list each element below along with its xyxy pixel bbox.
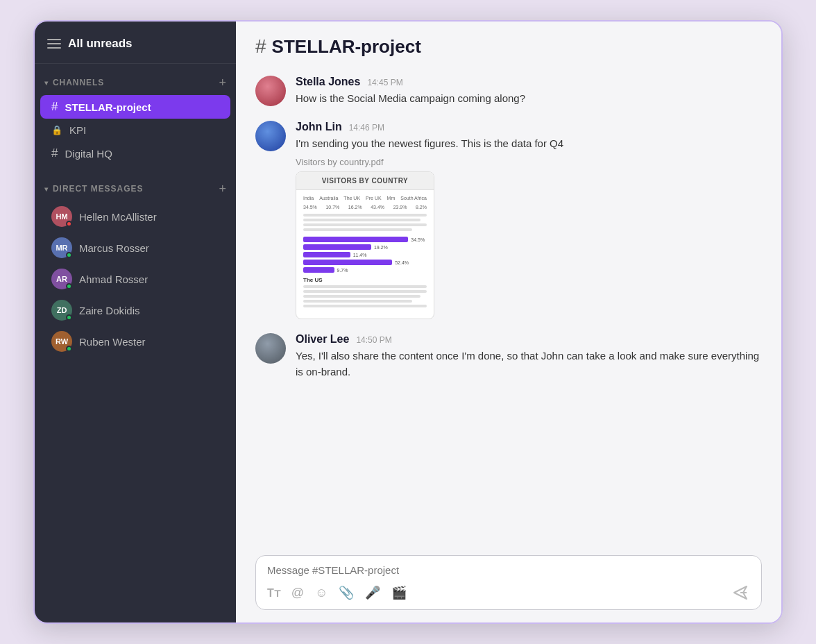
avatar-marcus: MR — [51, 237, 72, 258]
msg-time-oliver: 14:50 PM — [356, 335, 391, 345]
pdf-bar-chart: 34.5% 19.2% 11.4% — [303, 237, 427, 273]
msg-header-john: John Lin 14:46 PM — [296, 121, 762, 133]
channels-section: ▾ CHANNELS + # STELLAR-project 🔒 KPI # D… — [35, 64, 236, 170]
bar-row-4: 52.4% — [303, 260, 427, 265]
dm-item-zaire[interactable]: ZD Zaire Dokidis — [40, 295, 230, 325]
pdf-lorem-lines — [303, 214, 427, 231]
chat-title: # STELLAR-project — [255, 35, 762, 58]
bar-row-3: 11.4% — [303, 252, 427, 257]
dm-section-header[interactable]: ▾ DIRECT MESSAGES + — [35, 183, 236, 201]
emoji-icon[interactable]: ☺ — [315, 586, 328, 600]
status-dot-ruben — [66, 346, 72, 352]
send-icon — [731, 583, 750, 602]
input-toolbar: Tᴛ @ ☺ 📎 🎤 🎬 — [267, 583, 750, 602]
msg-header-stella: Stella Jones 14:45 PM — [296, 76, 762, 88]
input-tools: Tᴛ @ ☺ 📎 🎤 🎬 — [267, 585, 407, 600]
pdf-body: India Australia The UK Pre UK Mm South A… — [296, 190, 434, 319]
avatar-ahmad: AR — [51, 269, 72, 289]
pdf-section-us: The US — [303, 277, 427, 283]
msg-content-john: John Lin 14:46 PM I'm sending you the ne… — [296, 121, 762, 320]
pdf-preview[interactable]: VISITORS BY COUNTRY India Australia The … — [296, 171, 434, 319]
hash-icon-stellar: # — [51, 100, 58, 114]
hash-icon-digital: # — [51, 146, 58, 160]
app-container: All unreads ▾ CHANNELS + # STELLAR-proje… — [33, 20, 783, 624]
message-john: John Lin 14:46 PM I'm sending you the ne… — [255, 121, 762, 320]
channel-name-stellar: STELLAR-project — [65, 101, 151, 113]
pdf-values: 34.5% 10.7% 16.2% 43.4% 23.9% 8.2% — [303, 205, 427, 210]
msg-text-oliver: Yes, I'll also share the content once I'… — [296, 348, 762, 380]
send-button[interactable] — [731, 583, 750, 602]
message-stella: Stella Jones 14:45 PM How is the Social … — [255, 76, 762, 107]
msg-author-john: John Lin — [296, 121, 342, 133]
sidebar-item-digital[interactable]: # Digital HQ — [40, 142, 230, 165]
avatar-hellen: HM — [51, 206, 72, 227]
chat-header: # STELLAR-project — [236, 22, 781, 69]
all-unreads-title: All unreads — [68, 37, 133, 51]
sidebar-item-kpi[interactable]: 🔒 KPI — [40, 119, 230, 141]
dm-name-zaire: Zaire Dokidis — [79, 305, 140, 316]
pdf-columns: India Australia The UK Pre UK Mm South A… — [303, 196, 427, 201]
dm-item-marcus[interactable]: MR Marcus Rosser — [40, 232, 230, 263]
dm-chevron-icon: ▾ — [44, 185, 49, 193]
messages-area: Stella Jones 14:45 PM How is the Social … — [236, 69, 781, 545]
sidebar-item-stellar[interactable]: # STELLAR-project — [40, 95, 230, 119]
bar-row-2: 19.2% — [303, 244, 427, 250]
bar-row-5: 9.7% — [303, 267, 427, 273]
attachment-icon[interactable]: 📎 — [339, 585, 354, 600]
attachment-label: Visitors by country.pdf — [296, 157, 762, 167]
msg-text-stella: How is the Social Media campaign coming … — [296, 91, 762, 107]
main-chat: # STELLAR-project Stella Jones 14:45 PM … — [236, 22, 781, 622]
status-dot-hellen — [66, 221, 72, 227]
lock-icon-kpi: 🔒 — [51, 125, 62, 135]
message-oliver: Oliver Lee 14:50 PM Yes, I'll also share… — [255, 333, 762, 380]
avatar-john — [255, 121, 286, 151]
text-format-icon[interactable]: Tᴛ — [267, 586, 280, 600]
channel-name-digital: Digital HQ — [65, 148, 112, 160]
avatar-stella — [255, 76, 286, 106]
msg-time-john: 14:46 PM — [349, 123, 384, 133]
msg-time-stella: 14:45 PM — [367, 78, 402, 87]
channel-name-kpi: KPI — [69, 124, 86, 136]
msg-author-oliver: Oliver Lee — [296, 333, 349, 346]
avatar-oliver — [255, 333, 286, 364]
channels-section-header[interactable]: ▾ CHANNELS + — [35, 76, 236, 94]
bar-row-1: 34.5% — [303, 237, 427, 242]
channel-title: STELLAR-project — [272, 36, 421, 58]
input-area: Tᴛ @ ☺ 📎 🎤 🎬 — [236, 545, 781, 622]
msg-text-john: I'm sending you the newest figures. This… — [296, 136, 762, 152]
dm-item-ruben[interactable]: RW Ruben Wester — [40, 326, 230, 357]
dm-name-hellen: Hellen McAllister — [79, 211, 157, 223]
dm-label: ▾ DIRECT MESSAGES — [44, 184, 143, 194]
status-dot-marcus — [66, 252, 72, 258]
channels-chevron-icon: ▾ — [44, 79, 49, 87]
msg-header-oliver: Oliver Lee 14:50 PM — [296, 333, 762, 346]
pdf-us-lines — [303, 285, 427, 307]
msg-content-oliver: Oliver Lee 14:50 PM Yes, I'll also share… — [296, 333, 762, 380]
dm-item-ahmad[interactable]: AR Ahmad Rosser — [40, 264, 230, 294]
add-dm-icon[interactable]: + — [219, 183, 226, 195]
message-input[interactable] — [267, 564, 750, 576]
dm-name-ruben: Ruben Wester — [79, 336, 146, 348]
channels-label: ▾ CHANNELS — [44, 78, 104, 87]
avatar-zaire: ZD — [51, 300, 72, 321]
dm-name-marcus: Marcus Rosser — [79, 242, 149, 254]
sidebar-header[interactable]: All unreads — [35, 22, 236, 64]
status-dot-zaire — [66, 314, 72, 321]
video-icon[interactable]: 🎬 — [391, 585, 407, 600]
msg-content-stella: Stella Jones 14:45 PM How is the Social … — [296, 76, 762, 107]
channel-hash-icon: # — [255, 35, 266, 58]
avatar-ruben: RW — [51, 331, 72, 352]
pdf-title: VISITORS BY COUNTRY — [296, 172, 434, 190]
add-channel-icon[interactable]: + — [219, 76, 226, 89]
dm-name-ahmad: Ahmad Rosser — [79, 273, 148, 285]
msg-author-stella: Stella Jones — [296, 76, 360, 88]
dm-item-hellen[interactable]: HM Hellen McAllister — [40, 201, 230, 232]
dm-section: ▾ DIRECT MESSAGES + HM Hellen McAllister… — [35, 176, 236, 362]
microphone-icon[interactable]: 🎤 — [365, 585, 380, 600]
mention-icon[interactable]: @ — [291, 586, 304, 600]
status-dot-ahmad — [66, 283, 72, 289]
sidebar: All unreads ▾ CHANNELS + # STELLAR-proje… — [35, 22, 236, 622]
message-input-box: Tᴛ @ ☺ 📎 🎤 🎬 — [255, 555, 762, 610]
hamburger-icon[interactable] — [47, 39, 61, 49]
